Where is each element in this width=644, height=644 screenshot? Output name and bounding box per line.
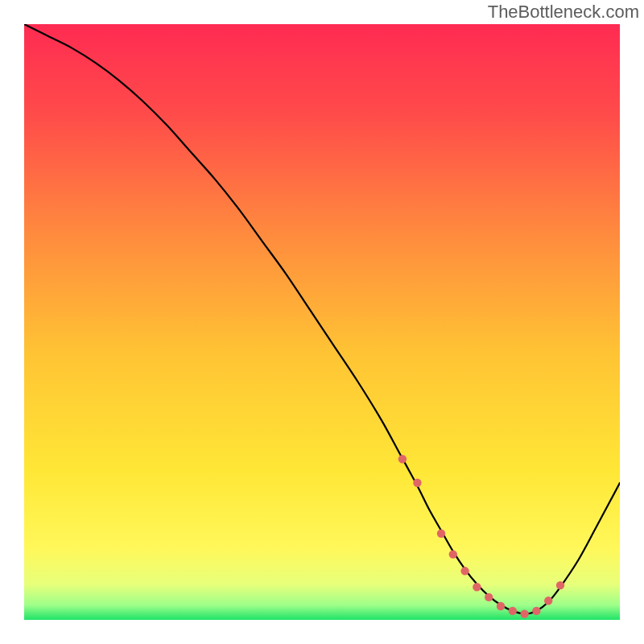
curve-marker	[413, 479, 421, 487]
curve-marker	[460, 567, 469, 575]
curve-marker	[437, 530, 445, 538]
bottleneck-chart	[24, 24, 620, 620]
watermark-label: TheBottleneck.com	[488, 2, 639, 23]
curve-marker	[532, 607, 540, 615]
curve-marker	[520, 609, 528, 617]
gradient-background	[24, 24, 620, 620]
curve-marker	[473, 583, 481, 591]
curve-marker	[497, 602, 505, 610]
curve-marker	[485, 593, 493, 601]
curve-marker	[509, 607, 517, 615]
chart-frame: TheBottleneck.com	[0, 0, 644, 644]
curve-marker	[398, 455, 407, 463]
plot-area	[24, 24, 620, 620]
curve-marker	[544, 597, 552, 605]
curve-marker	[556, 581, 564, 589]
curve-marker	[449, 550, 457, 558]
